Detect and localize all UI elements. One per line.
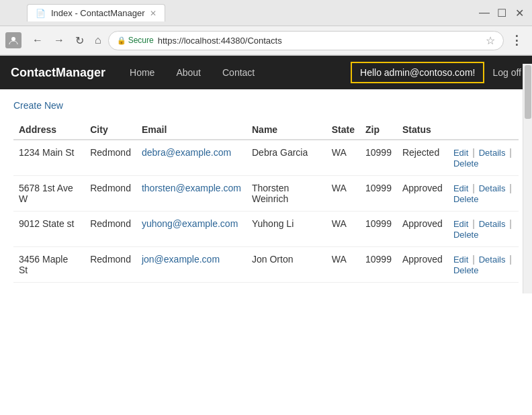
cell-status: Rejected [397, 140, 448, 176]
cell-address: 5678 1st Ave W [13, 176, 85, 212]
cell-state: WA [326, 176, 360, 212]
close-button[interactable]: ✕ [513, 7, 525, 19]
delete-link[interactable]: Delete [453, 230, 479, 240]
table-row: 9012 State st Redmond yuhong@example.com… [13, 212, 519, 247]
cell-city: Redmond [85, 176, 136, 212]
home-button[interactable]: ⌂ [91, 32, 105, 49]
cell-email: yuhong@example.com [136, 212, 247, 247]
cell-state: WA [326, 212, 360, 247]
col-state: State [326, 120, 360, 140]
delete-link[interactable]: Delete [453, 265, 479, 275]
profile-icon [5, 32, 21, 48]
table-row: 5678 1st Ave W Redmond thorsten@example.… [13, 176, 519, 212]
address-bar[interactable]: 🔒 Secure https://localhost:44380/Contact… [108, 31, 504, 50]
nav-about[interactable]: About [165, 58, 212, 87]
app-brand: ContactManager [11, 66, 105, 80]
minimize-button[interactable]: — [478, 7, 490, 19]
contacts-table: Address City Email Name State Zip Status… [13, 120, 519, 283]
cell-email: jon@example.com [136, 247, 247, 283]
svg-point-0 [11, 37, 15, 41]
cell-status: Approved [397, 176, 448, 212]
cell-zip: 10999 [360, 247, 397, 283]
edit-link[interactable]: Edit [453, 219, 468, 229]
cell-city: Redmond [85, 140, 136, 176]
cell-state: WA [326, 247, 360, 283]
scrollbar-thumb[interactable] [525, 65, 531, 119]
forward-button[interactable]: → [50, 32, 69, 49]
scrollbar-track[interactable] [523, 64, 532, 293]
tab-title: Index - ContactManager [51, 8, 144, 18]
cell-actions: Edit | Details | Delete [448, 212, 519, 247]
nav-contact[interactable]: Contact [212, 58, 265, 87]
email-link[interactable]: thorsten@example.com [142, 183, 241, 193]
bookmark-button[interactable]: ☆ [486, 34, 495, 47]
browser-menu-button[interactable]: ⋮ [506, 30, 527, 50]
lock-icon: 🔒 [117, 36, 126, 45]
cell-zip: 10999 [360, 212, 397, 247]
details-link[interactable]: Details [479, 183, 506, 193]
details-link[interactable]: Details [479, 219, 506, 229]
cell-zip: 10999 [360, 176, 397, 212]
edit-link[interactable]: Edit [453, 183, 468, 193]
col-status: Status [397, 120, 448, 140]
cell-state: WA [326, 140, 360, 176]
delete-link[interactable]: Delete [453, 158, 479, 169]
url-display: https://localhost:44380/Contacts [158, 36, 482, 46]
email-link[interactable]: debra@example.com [142, 147, 231, 158]
refresh-button[interactable]: ↻ [71, 32, 88, 50]
cell-actions: Edit | Details | Delete [448, 140, 519, 176]
tab-close-icon[interactable]: ✕ [150, 9, 157, 18]
details-link[interactable]: Details [479, 148, 506, 158]
cell-actions: Edit | Details | Delete [448, 176, 519, 212]
restore-button[interactable]: ☐ [496, 7, 508, 19]
cell-name: Thorsten Weinrich [247, 176, 326, 212]
cell-address: 1234 Main St [13, 140, 85, 176]
col-email: Email [136, 120, 247, 140]
create-new-link[interactable]: Create New [13, 100, 63, 111]
details-link[interactable]: Details [479, 255, 506, 265]
app-nav-links: Home About Contact [119, 58, 351, 87]
cell-zip: 10999 [360, 140, 397, 176]
col-address: Address [13, 120, 85, 140]
secure-badge: 🔒 Secure [117, 36, 154, 45]
table-row: 1234 Main St Redmond debra@example.com D… [13, 140, 519, 176]
cell-email: debra@example.com [136, 140, 247, 176]
main-content: Create New Address City Email Name State… [0, 89, 532, 293]
back-button[interactable]: ← [28, 32, 47, 49]
cell-actions: Edit | Details | Delete [448, 247, 519, 283]
log-off-link[interactable]: Log off [492, 67, 521, 78]
delete-link[interactable]: Delete [453, 194, 479, 204]
cell-address: 9012 State st [13, 212, 85, 247]
cell-status: Approved [397, 212, 448, 247]
app-navbar: ContactManager Home About Contact Hello … [0, 56, 532, 89]
cell-name: Jon Orton [247, 247, 326, 283]
hello-badge: Hello admin@contoso.com! [351, 62, 484, 83]
col-name: Name [247, 120, 326, 140]
tab-page-icon: 📄 [36, 9, 46, 18]
col-city: City [85, 120, 136, 140]
edit-link[interactable]: Edit [453, 255, 468, 265]
email-link[interactable]: jon@example.com [142, 254, 220, 265]
browser-tab[interactable]: 📄 Index - ContactManager ✕ [27, 4, 165, 21]
nav-home[interactable]: Home [119, 58, 165, 87]
col-zip: Zip [360, 120, 397, 140]
cell-city: Redmond [85, 247, 136, 283]
cell-address: 3456 Maple St [13, 247, 85, 283]
cell-name: Yuhong Li [247, 212, 326, 247]
cell-city: Redmond [85, 212, 136, 247]
cell-name: Debra Garcia [247, 140, 326, 176]
email-link[interactable]: yuhong@example.com [142, 218, 238, 229]
col-actions [448, 120, 519, 140]
cell-status: Approved [397, 247, 448, 283]
cell-email: thorsten@example.com [136, 176, 247, 212]
edit-link[interactable]: Edit [453, 148, 468, 158]
table-row: 3456 Maple St Redmond jon@example.com Jo… [13, 247, 519, 283]
